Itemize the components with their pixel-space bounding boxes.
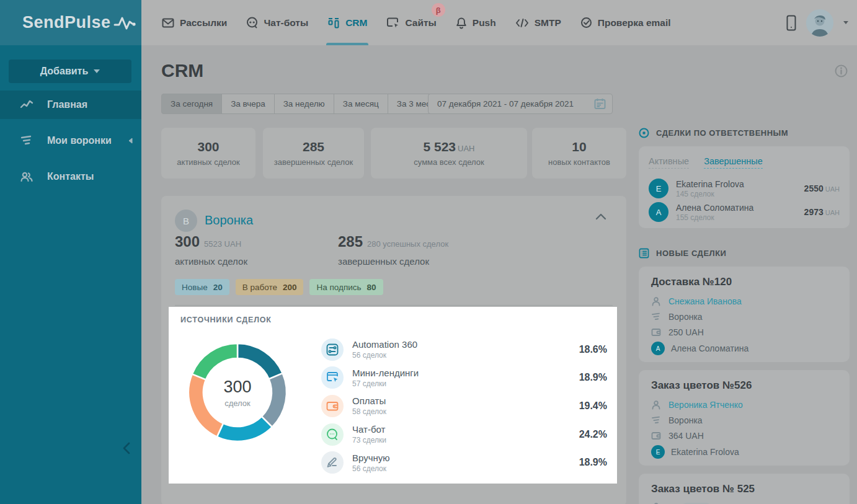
filter-week-button[interactable]: За неделю xyxy=(274,94,334,114)
stage-badge-new[interactable]: Новые 20 xyxy=(175,279,229,295)
tab-active-deals[interactable]: Активные xyxy=(649,156,689,169)
nav-item-label: Чат-боты xyxy=(264,17,308,29)
nav-item-mailings[interactable]: Рассылки xyxy=(162,0,227,45)
add-button[interactable]: Добавить xyxy=(9,60,131,83)
deal-title: Доставка №120 xyxy=(651,276,732,288)
nav-item-smtp[interactable]: SMTP xyxy=(515,0,561,45)
info-icon[interactable] xyxy=(835,64,848,77)
hand-icon xyxy=(321,451,344,474)
deal-assignee-name: Алена Соломатина xyxy=(671,343,748,353)
responsible-row[interactable]: A Алена Соломатина 155 сделок 2973UAH xyxy=(649,201,840,223)
code-icon xyxy=(515,18,529,28)
source-row-payments[interactable]: Оплаты 58 сделок 19.4% xyxy=(321,392,607,420)
user-avatar[interactable] xyxy=(806,9,833,37)
beta-badge: β xyxy=(432,3,445,17)
logo[interactable]: SendPulse xyxy=(0,0,141,45)
source-percent: 18.9% xyxy=(579,457,607,468)
stat-value: 300 xyxy=(197,139,219,154)
chat-bubble-icon xyxy=(321,423,344,446)
stat-card-active-deals: 300 активных сделок xyxy=(161,128,255,179)
sidebar-item-label: Мои воронки xyxy=(47,135,112,146)
source-percent: 18.9% xyxy=(579,372,607,383)
source-name: Automation 360 xyxy=(352,339,417,350)
deal-funnel-row: Воронка xyxy=(651,312,703,322)
sidebar-item-label: Главная xyxy=(47,99,87,110)
completed-count: 285 xyxy=(338,233,363,250)
responsible-row[interactable]: E Ekaterina Frolova 145 сделок 2550UAH xyxy=(649,177,840,200)
source-row-automation360[interactable]: Automation 360 56 сделок 18.6% xyxy=(321,335,607,364)
avatar: A xyxy=(651,342,665,355)
chevron-down-icon xyxy=(94,69,100,73)
avatar: A xyxy=(649,202,668,222)
date-range-value: 07 декабря 2021 - 07 декабря 2021 xyxy=(437,99,574,108)
wallet-icon xyxy=(651,328,661,337)
nav-item-label: Push xyxy=(473,17,496,29)
responsible-tabs: Активные Завершенные xyxy=(649,156,763,169)
bell-icon xyxy=(456,17,467,29)
deal-funnel-row: Воронка xyxy=(651,415,703,425)
nav-item-push[interactable]: Push xyxy=(456,0,496,45)
pulse-icon xyxy=(113,15,137,31)
manager-amount: 2973UAH xyxy=(804,207,840,217)
avatar: E xyxy=(651,445,665,459)
sidebar: SendPulse Добавить Главная Мои воронки xyxy=(0,0,141,504)
stat-label: новых контактов xyxy=(548,157,610,167)
nav-item-label: Сайты xyxy=(405,17,436,29)
chevron-down-icon[interactable] xyxy=(843,21,848,24)
filter-yesterday-button[interactable]: За вчера xyxy=(221,94,275,114)
sidebar-item-contacts[interactable]: Контакты xyxy=(0,162,141,191)
sidebar-item-funnels[interactable]: Мои воронки xyxy=(0,126,141,155)
nav-item-sites[interactable]: Сайты β xyxy=(386,0,436,45)
deal-sources-donut-chart: 300 сделок xyxy=(185,340,290,445)
top-navigation: Рассылки Чат-боты CRM Сайты β Push SMTP xyxy=(141,0,857,45)
source-row-chatbot[interactable]: Чат-бот 73 сделки 24.2% xyxy=(321,420,607,449)
avatar: E xyxy=(649,179,668,198)
responsible-card: Активные Завершенные E Ekaterina Frolova… xyxy=(639,146,850,228)
source-name: Вручную xyxy=(352,453,390,463)
filter-today-button[interactable]: За сегодня xyxy=(161,94,222,114)
deal-funnel-name: Воронка xyxy=(668,415,703,425)
deal-title: Заказ цветов №526 xyxy=(651,379,752,392)
stage-count: 200 xyxy=(283,283,297,292)
deal-card[interactable]: Заказ цветов №526 Вероника Ятченко Ворон… xyxy=(639,370,850,466)
sidebar-collapse-button[interactable] xyxy=(122,441,136,459)
date-range-input[interactable]: 07 декабря 2021 - 07 декабря 2021 xyxy=(428,94,613,114)
sidebar-item-main[interactable]: Главная xyxy=(0,91,141,119)
target-icon xyxy=(639,128,649,138)
stat-label: завершенных сделок xyxy=(274,157,353,167)
deal-card[interactable]: Заказ цветов № 525 xyxy=(639,474,850,504)
add-button-label: Добавить xyxy=(40,66,89,77)
section-heading: СДЕЛКИ ПО ОТВЕТСТВЕННЫМ xyxy=(656,128,788,138)
currency-label: UAH xyxy=(825,185,840,193)
nav-item-email-verify[interactable]: Проверка email xyxy=(580,0,671,45)
deal-contact-link[interactable]: Вероника Ятченко xyxy=(668,400,743,410)
nav-item-crm[interactable]: CRM xyxy=(327,0,367,45)
deal-contact-link[interactable]: Снежана Иванова xyxy=(668,296,742,306)
manager-name: Алена Соломатина xyxy=(676,203,753,213)
stage-badge-in-progress[interactable]: В работе 200 xyxy=(236,279,304,295)
deal-card[interactable]: Доставка №120 Снежана Иванова Воронка 25… xyxy=(639,267,850,362)
wallet-icon xyxy=(651,431,661,440)
chatbot-icon xyxy=(246,17,258,29)
funnel-active-stat: 300 5523 UAH активных сделок xyxy=(175,233,247,267)
completed-note: 280 успешных сделок xyxy=(367,239,448,249)
source-row-landings[interactable]: Мини-лендинги 57 сделки 18.9% xyxy=(321,364,607,392)
responsible-section-header: СДЕЛКИ ПО ОТВЕТСТВЕННЫМ xyxy=(639,128,788,138)
dashboard-icon xyxy=(20,99,33,110)
funnel-avatar: B xyxy=(175,210,197,232)
chevron-up-icon[interactable] xyxy=(595,213,606,220)
mobile-phone-icon[interactable] xyxy=(786,15,796,31)
source-row-manual[interactable]: Вручную 56 сделок 18.9% xyxy=(321,448,607,477)
landing-page-icon xyxy=(321,366,344,389)
manager-name: Ekaterina Frolova xyxy=(676,179,744,189)
manager-amount: 2550UAH xyxy=(804,183,840,193)
stage-badge-to-sign[interactable]: На подпись 80 xyxy=(309,279,383,295)
nav-item-chatbots[interactable]: Чат-боты xyxy=(246,0,308,45)
filter-month-button[interactable]: За месяц xyxy=(334,94,388,114)
tab-completed-deals[interactable]: Завершенные xyxy=(704,156,763,169)
funnel-icon xyxy=(651,416,661,425)
active-amount: 5523 UAH xyxy=(204,239,241,249)
source-deal-count: 57 сделки xyxy=(352,379,419,388)
funnel-icon xyxy=(651,312,661,321)
funnel-title-link[interactable]: Воронка xyxy=(205,213,253,228)
